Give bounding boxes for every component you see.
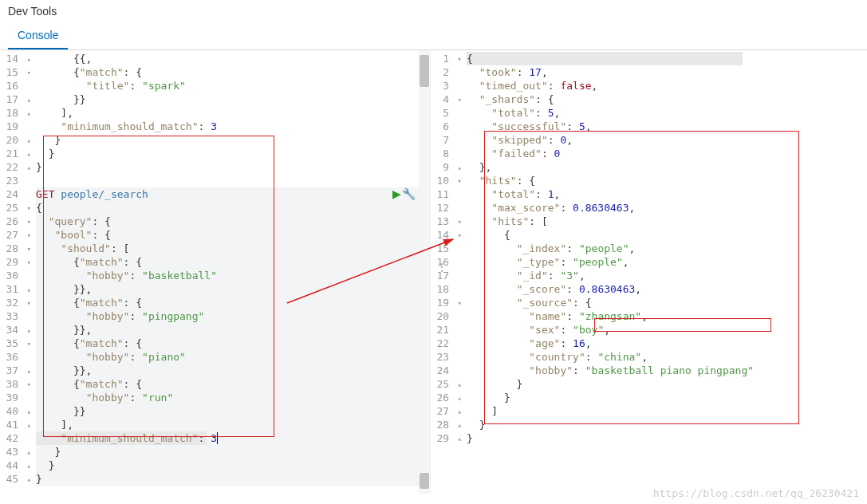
left-gutter: 14 ▴15 ▾16 17 ▴18 ▴19 20 ▴21 ▴22 ▴23 24 …: [0, 50, 36, 486]
scrollbar-thumb-bottom[interactable]: [420, 473, 429, 489]
left-scrollbar[interactable]: [419, 50, 430, 494]
tab-console[interactable]: Console: [8, 22, 68, 49]
pane-splitter[interactable]: ⋮: [437, 266, 447, 269]
request-editor[interactable]: {{, {"match": { "title": "spark" }} ], "…: [36, 50, 218, 486]
right-gutter: 1 ▾2 3 4 ▾5 6 7 8 9 ▴10 ▾11 12 13 ▾14 ▾1…: [431, 50, 467, 445]
header: Dev Tools: [0, 0, 867, 18]
tabs-bar: Console: [0, 22, 867, 50]
wrench-icon[interactable]: 🔧: [402, 187, 416, 200]
request-editor-pane: ▶ 🔧 14 ▴15 ▾16 17 ▴18 ▴19 20 ▴21 ▴22 ▴23…: [0, 50, 431, 494]
response-editor[interactable]: { "took": 17, "timed_out": false, "_shar…: [467, 50, 754, 445]
watermark: https://blog.csdn.net/qq_26230421: [653, 487, 859, 499]
response-editor-pane: 1 ▾2 3 4 ▾5 6 7 8 9 ▴10 ▾11 12 13 ▾14 ▾1…: [431, 50, 867, 494]
page-title: Dev Tools: [8, 5, 859, 18]
scrollbar-thumb[interactable]: [420, 55, 429, 87]
run-icon[interactable]: ▶: [392, 187, 401, 200]
editor-panels: ▶ 🔧 14 ▴15 ▾16 17 ▴18 ▴19 20 ▴21 ▴22 ▴23…: [0, 50, 867, 494]
